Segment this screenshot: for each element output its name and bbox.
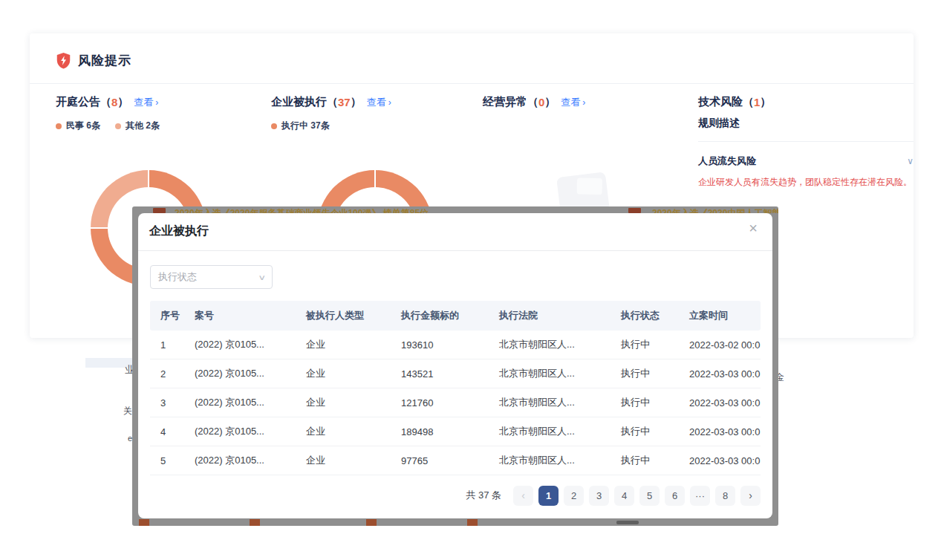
table-cell: 189498	[391, 426, 489, 437]
table-cell: (2022) 京0105...	[184, 454, 296, 467]
header-cell: 立案时间	[679, 309, 761, 322]
pagination-page-4[interactable]: 4	[614, 486, 634, 506]
pagination-page-2[interactable]: 2	[564, 486, 584, 506]
section-title-business-abnormal: 经营异常（0） 查看 ›	[483, 95, 585, 109]
table-cell: 1	[150, 339, 184, 351]
table-cell: 4	[150, 426, 184, 437]
chevron-right-icon: ›	[155, 97, 158, 108]
table-cell: 执行中	[610, 454, 679, 467]
table-cell: 2	[150, 368, 184, 380]
table-body: 1(2022) 京0105...企业193610北京市朝阳区人...执行中202…	[150, 331, 761, 475]
table-cell: 2022-03-02 00:0...	[679, 339, 761, 351]
execution-status-select[interactable]: 执行状态 ∨	[150, 265, 273, 289]
table-cell: 193610	[391, 339, 489, 351]
background-bar-top	[139, 519, 149, 526]
table-cell: 企业	[296, 367, 391, 380]
table-cell: 企业	[296, 396, 391, 409]
risk-panel-title: 风险提示	[78, 52, 131, 69]
pagination-page-1[interactable]: 1	[538, 486, 559, 506]
trophy-icon	[628, 208, 641, 213]
section-title-tech-risk: 技术风险（1）	[698, 95, 771, 109]
pagination-page-3[interactable]: 3	[589, 486, 609, 506]
section-title-enterprise-executed: 企业被执行（37） 查看 ›	[271, 95, 391, 109]
legend-court-announcement: 民事 6条 其他 2条	[56, 120, 160, 132]
legend-dot	[115, 123, 121, 129]
donut-segment-gap	[148, 170, 149, 187]
paren: ）	[117, 95, 128, 109]
table-cell: 5	[150, 455, 184, 466]
header-cell: 序号	[150, 309, 184, 322]
honor-text-clipped: 2020年入选《2020中国人工智能领军企业TOP50》	[652, 207, 778, 213]
header-divider	[30, 83, 914, 84]
background-bar-top	[366, 519, 377, 526]
section-count: 8	[111, 96, 117, 108]
table-cell: 3	[150, 397, 184, 408]
table-cell: 执行中	[610, 338, 679, 351]
table-cell: (2022) 京0105...	[184, 367, 296, 380]
view-link-enterprise-executed[interactable]: 查看	[367, 96, 386, 109]
tech-risk-item-title: 人员流失风险	[698, 154, 756, 168]
table-row: 4(2022) 京0105...企业189498北京市朝阳区人...执行中202…	[150, 417, 761, 446]
execution-table: 序号案号被执行人类型执行金额标的执行法院执行状态立案时间 1(2022) 京01…	[150, 301, 761, 475]
section-label: 技术风险	[698, 95, 743, 109]
table-cell: 97765	[391, 455, 489, 466]
donut-segment-gap	[374, 170, 376, 187]
dimmed-background-bars-strip	[132, 518, 778, 526]
chevron-right-icon: ›	[388, 97, 391, 108]
section-count: 37	[338, 96, 351, 108]
table-cell: 2022-03-03 00:0...	[679, 455, 761, 466]
table-cell: 143521	[391, 368, 489, 380]
table-cell: 北京市朝阳区人...	[489, 396, 610, 409]
pagination-next-button[interactable]: ›	[740, 486, 761, 506]
legend-label: 民事 6条	[66, 120, 100, 132]
table-cell: 121760	[391, 397, 489, 408]
legend-item: 其他 2条	[115, 120, 160, 132]
header-cell: 执行法院	[489, 309, 610, 322]
table-row: 3(2022) 京0105...企业121760北京市朝阳区人...执行中202…	[150, 388, 761, 417]
table-cell: 北京市朝阳区人...	[489, 338, 610, 351]
table-cell: (2022) 京0105...	[184, 425, 296, 438]
background-bar-top	[467, 519, 478, 526]
modal-title: 企业被执行	[149, 224, 209, 239]
legend-dot	[56, 123, 62, 129]
chevron-right-icon: ›	[749, 489, 752, 501]
pagination-prev-button[interactable]: ‹	[513, 486, 533, 506]
tech-risk-divider	[698, 141, 914, 142]
paren: （	[100, 95, 111, 109]
legend-dot	[271, 123, 277, 129]
modal-header-divider	[138, 250, 772, 251]
table-cell: 2022-03-03 00:0...	[679, 426, 761, 437]
paren: （	[527, 95, 538, 109]
header-cell: 执行状态	[610, 309, 679, 322]
background-bar-top	[250, 519, 260, 526]
table-cell: 执行中	[610, 367, 679, 380]
pagination-page-5[interactable]: 5	[639, 486, 660, 506]
pagination-ellipsis[interactable]: ···	[690, 486, 710, 506]
view-link-court-announcement[interactable]: 查看	[134, 96, 153, 109]
section-count: 0	[538, 96, 544, 108]
pagination-page-8[interactable]: 8	[715, 486, 735, 506]
tech-risk-collapse-header[interactable]: 人员流失风险 ∨	[698, 154, 914, 168]
table-cell: 执行中	[610, 396, 679, 409]
header-cell: 案号	[184, 309, 296, 322]
legend-enterprise-executed: 执行中 37条	[271, 120, 330, 132]
view-link-business-abnormal[interactable]: 查看	[561, 96, 580, 109]
chevron-down-icon: ∨	[258, 273, 266, 281]
paren: ）	[760, 95, 771, 109]
table-cell: 北京市朝阳区人...	[489, 367, 610, 380]
dimmed-background-honors-strip: 2020年入选《2020年服务基础商业领先企业100强》 榜单第85位 2020…	[132, 206, 778, 213]
legend-item: 民事 6条	[56, 120, 100, 132]
paren: （	[327, 95, 338, 109]
paren: （	[743, 95, 754, 109]
chevron-left-icon: ‹	[521, 489, 525, 501]
select-placeholder: 执行状态	[158, 270, 197, 284]
pagination-page-6[interactable]: 6	[665, 486, 685, 506]
section-count: 1	[754, 96, 760, 108]
header-cell: 被执行人类型	[296, 309, 391, 322]
paren: ）	[544, 95, 556, 109]
section-title-court-announcement: 开庭公告（8） 查看 ›	[56, 95, 158, 109]
table-cell: 2022-03-03 00:0...	[679, 368, 761, 380]
background-tooltip-fragment	[616, 521, 639, 524]
paren: ）	[351, 95, 362, 109]
close-icon[interactable]: ×	[749, 221, 758, 235]
